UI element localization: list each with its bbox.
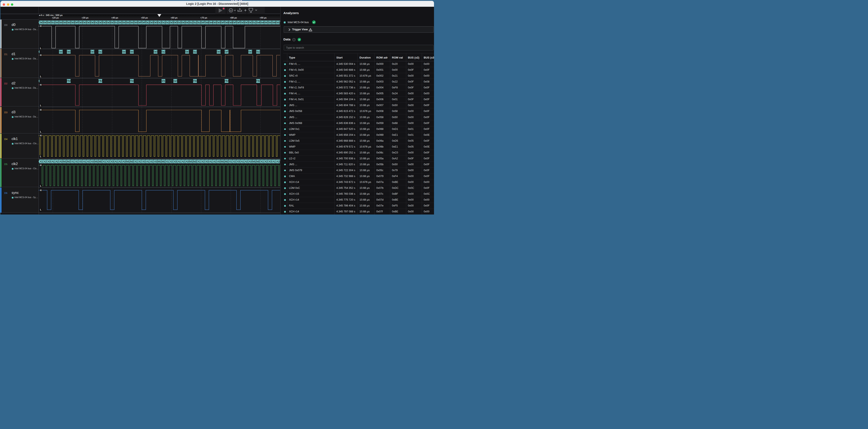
svg-text:A2: A2	[119, 160, 121, 163]
svg-text:X1: X1	[71, 160, 74, 163]
svg-text:FIM: FIM	[67, 79, 71, 83]
svg-text:0x1: 0x1	[114, 21, 118, 24]
svg-text:0x0: 0x0	[150, 21, 153, 24]
svg-text:0x2: 0x2	[197, 21, 201, 24]
svg-text:0xF: 0xF	[201, 21, 205, 24]
svg-text:0x0: 0x0	[71, 21, 74, 24]
svg-text:0x0: 0x0	[154, 50, 157, 53]
svg-text:0x2: 0x2	[193, 21, 197, 24]
svg-text:0x0: 0x0	[59, 50, 63, 53]
svg-text:A2: A2	[150, 160, 153, 163]
svg-text:H: H	[40, 109, 41, 111]
svg-text:0x0: 0x0	[59, 21, 63, 24]
svg-text:M1: M1	[252, 160, 256, 163]
svg-text:0x0: 0x0	[110, 21, 114, 24]
svg-text:A1: A1	[83, 160, 86, 163]
svg-text:X2: X2	[138, 160, 141, 163]
svg-text:M1: M1	[63, 160, 67, 163]
svg-text:A1: A1	[115, 160, 118, 163]
svg-text:X2: X2	[170, 160, 173, 163]
svg-text:A1: A1	[209, 160, 212, 163]
svg-text:0x3: 0x3	[177, 21, 181, 24]
svg-text:X2: X2	[107, 160, 110, 163]
svg-text:0x0: 0x0	[83, 21, 86, 24]
svg-text:0x0: 0x0	[217, 21, 221, 24]
svg-text:A3: A3	[59, 160, 62, 163]
svg-text:0x6: 0x6	[272, 21, 276, 24]
svg-text:3: 3	[239, 7, 240, 11]
svg-text:X3: X3	[142, 160, 145, 163]
svg-text:0xF: 0xF	[138, 21, 142, 24]
svg-text:0x0: 0x0	[126, 21, 130, 24]
svg-text:0x0: 0x0	[268, 21, 272, 24]
svg-text:1F: 1F	[230, 9, 232, 11]
svg-text:A2: A2	[87, 160, 90, 163]
svg-text:H: H	[40, 164, 41, 166]
svg-text:0x0: 0x0	[79, 21, 83, 24]
svg-text:0x2: 0x2	[189, 21, 193, 24]
svg-text:0x0: 0x0	[87, 21, 90, 24]
svg-text:0x0: 0x0	[134, 21, 138, 24]
svg-text:0x0: 0x0	[106, 21, 110, 24]
svg-text:M2: M2	[130, 160, 134, 163]
svg-text:L: L	[40, 104, 41, 107]
svg-text:A3: A3	[217, 160, 220, 163]
svg-text:A2: A2	[182, 160, 185, 163]
svg-text:X1: X1	[197, 160, 200, 163]
svg-text:A2: A2	[213, 160, 216, 163]
svg-text:FIM: FIM	[193, 79, 197, 83]
svg-text:0x0: 0x0	[98, 21, 102, 24]
svg-text:0x0: 0x0	[122, 50, 126, 53]
svg-text:0x0: 0x0	[43, 21, 47, 24]
svg-text:L: L	[40, 155, 41, 158]
svg-text:FIM: FIM	[224, 79, 228, 83]
svg-text:X1: X1	[229, 160, 232, 163]
svg-text:0x0: 0x0	[217, 50, 221, 53]
svg-text:X2: X2	[233, 160, 236, 163]
svg-text:0x0: 0x0	[55, 21, 59, 24]
svg-text:SRC: SRC	[161, 79, 166, 83]
svg-text:A2: A2	[245, 160, 248, 163]
svg-text:H: H	[40, 134, 41, 137]
svg-text:0x0: 0x0	[173, 21, 177, 24]
svg-text:0x0: 0x0	[264, 21, 268, 24]
svg-text:0x0: 0x0	[102, 21, 106, 24]
svg-text:0x2: 0x2	[94, 21, 98, 24]
svg-text:0x2: 0x2	[193, 50, 197, 53]
svg-text:0x5: 0x5	[240, 21, 244, 24]
svg-text:L: L	[40, 209, 41, 211]
svg-text:0x0: 0x0	[67, 50, 70, 53]
svg-text:L: L	[40, 47, 41, 50]
svg-text:0x8: 0x8	[228, 21, 232, 24]
svg-text:0x2: 0x2	[161, 50, 165, 53]
svg-text:X1: X1	[134, 160, 137, 163]
svg-text:0x0: 0x0	[185, 21, 189, 24]
svg-text:0xF: 0xF	[75, 21, 79, 24]
svg-text:M1: M1	[94, 160, 98, 163]
svg-text:0x0: 0x0	[169, 21, 173, 24]
svg-text:X3: X3	[268, 160, 271, 163]
svg-text:0x2: 0x2	[98, 50, 102, 53]
svg-text:0x0: 0x0	[213, 21, 217, 24]
svg-text:0xF: 0xF	[224, 50, 228, 53]
svg-text:0xF: 0xF	[142, 21, 146, 24]
svg-text:X3: X3	[237, 160, 240, 163]
svg-text:0x0: 0x0	[185, 50, 189, 53]
svg-text:0x2: 0x2	[256, 50, 260, 53]
svg-text:A2: A2	[276, 160, 279, 163]
svg-text:M1: M1	[189, 160, 193, 163]
svg-text:0x0: 0x0	[91, 50, 94, 53]
svg-text:0xF: 0xF	[232, 21, 236, 24]
svg-text:M1: M1	[126, 160, 130, 163]
svg-text:0x2: 0x2	[252, 21, 256, 24]
svg-text:0x0: 0x0	[67, 21, 70, 24]
svg-text:A1: A1	[146, 160, 149, 163]
svg-text:0x0: 0x0	[122, 21, 126, 24]
svg-text:M2: M2	[256, 160, 260, 163]
svg-text:H: H	[40, 84, 41, 86]
svg-text:L: L	[40, 185, 41, 187]
svg-text:M1: M1	[158, 160, 161, 163]
svg-text:0x1: 0x1	[51, 21, 55, 24]
svg-text:H: H	[40, 54, 41, 56]
svg-text:M2: M2	[98, 160, 102, 163]
